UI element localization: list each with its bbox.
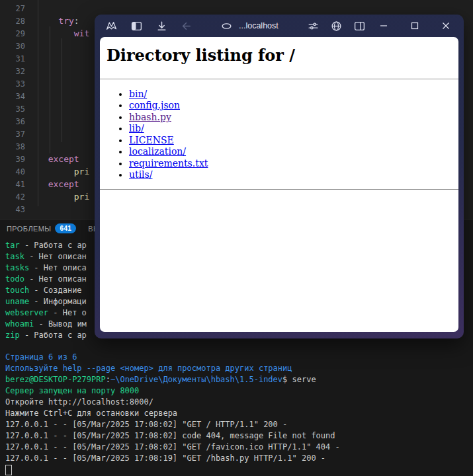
- code-text: wit: [38, 28, 89, 38]
- code-line: 27: [0, 2, 473, 15]
- command-name: task: [5, 252, 24, 261]
- maximize-button[interactable]: [409, 20, 421, 32]
- terminal-text-segment: 127.0.0.1 - - [05/Mar/2025 17:08:02] cod…: [5, 431, 335, 440]
- line-number: 40: [0, 167, 25, 177]
- titlebar-left-group: [105, 15, 193, 37]
- line-number: 30: [0, 42, 25, 51]
- terminal-command-line: webserver - Нет о: [5, 307, 87, 319]
- line-number: 43: [0, 205, 25, 214]
- terminal-output-line: Страница 6 из 6: [5, 352, 340, 363]
- code-token: wit: [74, 28, 89, 38]
- browser-page: Directory listing for / bin/config.jsonh…: [100, 37, 458, 332]
- tab-problems[interactable]: ПРОБЛЕМЫ 641: [7, 223, 76, 233]
- code-text: except: [38, 179, 79, 189]
- tune-icon[interactable]: [307, 20, 319, 32]
- line-number: 32: [0, 67, 25, 76]
- line-number: 27: [0, 4, 25, 13]
- directory-link[interactable]: localization/: [129, 146, 186, 157]
- terminal-output[interactable]: Страница 6 из 6Используйте help --page <…: [5, 352, 340, 475]
- terminal-output-line: Нажмите Ctrl+C для остановки сервера: [5, 408, 340, 419]
- browser-titlebar: ...localhost: [95, 15, 464, 37]
- command-description: - Создание: [29, 286, 81, 295]
- tab-problems-label: ПРОБЛЕМЫ: [7, 225, 51, 233]
- command-description: - Работа с ар: [20, 241, 87, 250]
- list-item: localization/: [129, 146, 458, 158]
- terminal-output-line: Откройте http://localhost:8000/: [5, 397, 340, 408]
- terminal-text-segment: 127.0.0.1 - - [05/Mar/2025 17:08:02] "GE…: [5, 420, 287, 429]
- code-text: except: [38, 154, 79, 164]
- directory-link[interactable]: hbash.py: [129, 112, 171, 122]
- terminal-text-segment: $ serve: [282, 375, 316, 384]
- code-text: try:: [38, 16, 79, 26]
- download-icon[interactable]: [155, 20, 167, 32]
- directory-link[interactable]: config.json: [129, 100, 180, 110]
- globe-icon[interactable]: [330, 20, 342, 32]
- terminal-command-line: tar - Работа с ар: [5, 240, 87, 251]
- terminal-command-line: whoami - Вывод им: [5, 319, 87, 330]
- code-token: [38, 16, 58, 26]
- command-description: - Работа с ар: [20, 331, 87, 340]
- terminal-output-line: 127.0.0.1 - - [05/Mar/2025 17:08:02] "GE…: [5, 419, 340, 430]
- command-description: - Информаци: [29, 297, 87, 306]
- line-number: 28: [0, 17, 25, 26]
- directory-link[interactable]: requirements.txt: [129, 158, 208, 169]
- command-description: - Нет описан: [24, 274, 87, 284]
- titlebar-window-controls: [378, 15, 452, 37]
- command-description: - Нет описан: [24, 252, 87, 261]
- code-token: except: [48, 179, 79, 189]
- address-text[interactable]: ...localhost: [239, 21, 279, 30]
- list-item: hbash.py: [129, 112, 458, 124]
- line-number: 33: [0, 79, 25, 89]
- directory-link[interactable]: bin/: [129, 89, 147, 99]
- code-token: [38, 192, 74, 202]
- line-number: 37: [0, 130, 25, 139]
- divider: [100, 79, 458, 79]
- directory-link[interactable]: LICENSE: [129, 135, 174, 145]
- command-name: webserver: [5, 308, 48, 317]
- command-description: - Нет описа: [29, 263, 87, 272]
- command-name: uname: [5, 297, 29, 306]
- command-name: zip: [5, 331, 20, 340]
- terminal-text-segment: 127.0.0.1 - - [05/Mar/2025 17:08:19] "GE…: [5, 454, 325, 463]
- line-number: 38: [0, 142, 25, 151]
- list-item: utils/: [129, 169, 458, 181]
- terminal-output-line: 127.0.0.1 - - [05/Mar/2025 17:08:02] cod…: [5, 430, 340, 442]
- directory-link[interactable]: utils/: [129, 169, 153, 180]
- zen-logo-icon[interactable]: [105, 20, 117, 32]
- command-name: touch: [5, 286, 29, 295]
- terminal-text-segment: Откройте http://localhost:8000/: [5, 397, 153, 407]
- link-icon: [220, 20, 232, 32]
- split-view-icon[interactable]: [353, 20, 365, 32]
- terminal-command-line: zip - Работа с ар: [5, 330, 87, 341]
- divider: [100, 189, 458, 190]
- line-number: 42: [0, 192, 25, 202]
- back-icon[interactable]: [181, 20, 193, 32]
- line-number: 41: [0, 180, 25, 189]
- list-item: LICENSE: [129, 135, 458, 147]
- code-token: pri: [74, 167, 89, 177]
- terminal-command-line: tasks - Нет описа: [5, 262, 87, 274]
- code-token: pri: [74, 192, 89, 202]
- command-name: whoami: [5, 319, 34, 329]
- terminal-command-line: touch - Создание: [5, 285, 87, 296]
- line-number: 39: [0, 155, 25, 164]
- titlebar-address-group[interactable]: ...localhost: [220, 15, 279, 37]
- sidebar-toggle-icon[interactable]: [130, 20, 142, 32]
- terminal-cursor-line: [5, 464, 340, 475]
- command-name: todo: [5, 274, 24, 284]
- terminal-text-segment: 127.0.0.1 - - [05/Mar/2025 17:08:02] "GE…: [5, 442, 340, 452]
- directory-link[interactable]: lib/: [129, 123, 144, 134]
- command-description: - Нет о: [48, 308, 87, 317]
- line-number: 29: [0, 29, 25, 38]
- terminal-command-line: task - Нет описан: [5, 251, 87, 262]
- terminal-command-list[interactable]: tar - Работа с арtask - Нет описанtasks …: [5, 240, 87, 341]
- code-token: [38, 154, 48, 164]
- minimize-button[interactable]: [378, 20, 390, 32]
- terminal-text-segment: Сервер запущен на порту 8000: [5, 386, 139, 395]
- line-number: 34: [0, 92, 25, 101]
- list-item: config.json: [129, 100, 458, 112]
- command-description: - Вывод им: [34, 319, 86, 329]
- page-title: Directory listing for /: [107, 46, 458, 65]
- terminal-text-segment: Используйте help --page <номер> для прос…: [5, 364, 292, 373]
- close-button[interactable]: [440, 20, 452, 32]
